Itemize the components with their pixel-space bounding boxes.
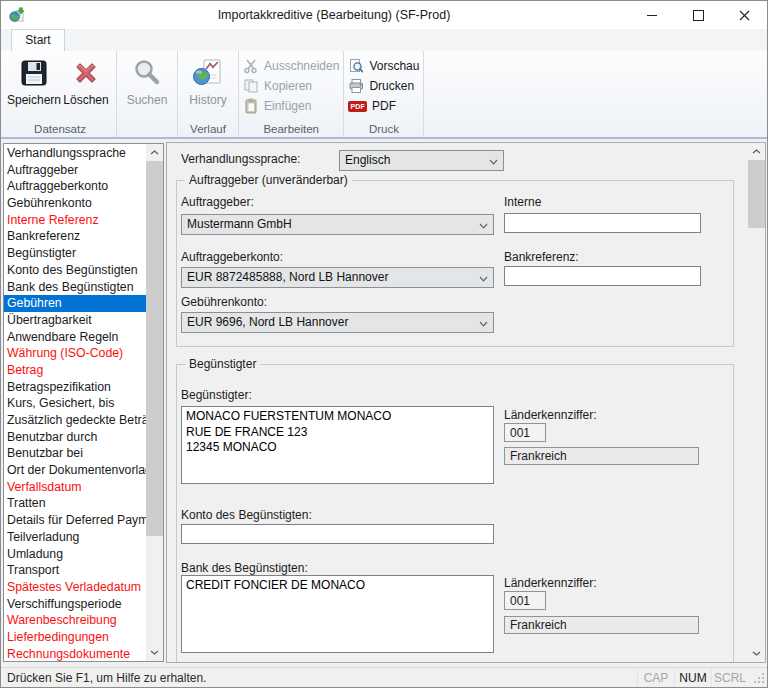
sidebar-item-20[interactable]: Verfallsdatum [4,479,146,496]
sidebar-item-18[interactable]: Benutzbar bei [4,445,146,462]
sidebar-item-1[interactable]: Auftraggeber [4,162,146,179]
vorschau-button[interactable]: Vorschau [348,58,419,74]
auftraggeberkonto-label: Auftraggeberkonto: [181,250,283,264]
caps-indicator: CAP [637,669,674,687]
sidebar-scrollbar[interactable] [146,144,163,661]
bank-beguenstigten-label: Bank des Begünstigten: [181,561,308,575]
sidebar-item-4[interactable]: Interne Referenz [4,212,146,229]
sidebar-item-25[interactable]: Transport [4,562,146,579]
suchen-button[interactable]: Suchen [121,53,173,121]
verhandlungssprache-select[interactable]: Englisch [339,150,504,171]
ausschneiden-label: Ausschneiden [264,59,339,73]
drucken-button[interactable]: Drucken [348,78,419,94]
num-indicator: NUM [674,669,711,687]
auftraggeber-group-title: Auftraggeber (unveränderbar) [185,173,352,187]
gebuehrenkonto-label: Gebührenkonto: [181,295,267,309]
sidebar-item-26[interactable]: Spätestes Verladedatum [4,579,146,596]
sidebar-item-6[interactable]: Begünstigter [4,245,146,262]
interne-input[interactable] [504,213,701,233]
sidebar-item-14[interactable]: Betragspezifikation [4,379,146,396]
bankreferenz-input[interactable] [504,266,701,286]
sidebar-item-30[interactable]: Rechnungsdokumente [4,646,146,661]
sidebar-item-13[interactable]: Betrag [4,362,146,379]
sidebar-item-15[interactable]: Kurs, Gesichert, bis [4,395,146,412]
sidebar-item-11[interactable]: Anwendbare Regeln [4,329,146,346]
sidebar-scroll-thumb[interactable] [146,161,163,536]
sidebar-item-8[interactable]: Bank des Begünstigten [4,279,146,296]
verhandlungssprache-value: Englisch [345,153,390,167]
main-area: VerhandlungsspracheAuftraggeberAuftragge… [1,141,767,668]
content-scrollbar[interactable] [748,143,765,662]
sidebar-item-5[interactable]: Bankreferenz [4,228,146,245]
chevron-down-icon [479,223,488,229]
preview-icon [348,58,364,74]
close-button[interactable] [721,1,767,29]
sidebar-item-17[interactable]: Benutzbar durch [4,429,146,446]
sidebar-item-2[interactable]: Auftraggeberkonto [4,178,146,195]
chevron-down-icon [479,276,488,282]
resize-grip-icon[interactable] [752,671,766,685]
sidebar-item-28[interactable]: Warenbeschreibung [4,612,146,629]
speichern-button[interactable]: Speichern [8,53,60,121]
sidebar-item-22[interactable]: Details für Deferred Payme [4,512,146,529]
history-button[interactable]: History [182,53,234,121]
ribbon-group-druck: Vorschau Drucken PDF PDF Druck [344,51,424,137]
window-controls [629,1,767,29]
konto-beguenstigten-input[interactable] [181,524,494,544]
auftraggeberkonto-select[interactable]: EUR 8872485888, Nord LB Hannover [181,267,494,288]
sidebar-item-0[interactable]: Verhandlungssprache [4,145,146,162]
auftraggeberkonto-value: EUR 8872485888, Nord LB Hannover [187,270,388,284]
suchen-label: Suchen [127,93,168,107]
bank-beguenstigten-textarea[interactable]: CREDIT FONCIER DE MONACO [181,575,494,653]
sidebar-item-3[interactable]: Gebührenkonto [4,195,146,212]
scroll-down-icon[interactable] [146,644,163,661]
beguenstigter-textarea[interactable]: MONACO FUERSTENTUM MONACO RUE DE FRANCE … [181,406,494,484]
ausschneiden-button[interactable]: Ausschneiden [243,58,339,74]
sidebar-item-21[interactable]: Tratten [4,495,146,512]
loeschen-label: Löschen [63,93,108,107]
scroll-up-icon[interactable] [748,143,765,160]
pdf-button[interactable]: PDF PDF [348,98,419,114]
minimize-button[interactable] [629,1,675,29]
tab-start[interactable]: Start [11,29,65,51]
field-list: VerhandlungsspracheAuftraggeberAuftragge… [4,145,146,661]
sidebar-item-27[interactable]: Verschiffungsperiode [4,596,146,613]
sidebar-item-16[interactable]: Zusätzlich gedeckte Beträg [4,412,146,429]
app-window: Importakkreditive (Bearbeitung) (SF-Prod… [0,0,768,688]
einfuegen-button[interactable]: Einfügen [243,98,339,114]
gebuehrenkonto-select[interactable]: EUR 9696, Nord LB Hannover [181,312,494,333]
scroll-up-icon[interactable] [146,144,163,161]
auftraggeber-value: Mustermann GmbH [187,217,292,231]
ribbon-group-suchen: Suchen [117,51,178,137]
vorschau-label: Vorschau [369,59,419,73]
scroll-down-icon[interactable] [748,645,765,662]
sidebar-item-29[interactable]: Lieferbedingungen [4,629,146,646]
beguenstigter-group-title: Begünstigter [185,357,260,371]
auftraggeber-select[interactable]: Mustermann GmbH [181,214,494,235]
maximize-button[interactable] [675,1,721,29]
sidebar-item-24[interactable]: Umladung [4,546,146,563]
sidebar-item-10[interactable]: Übertragbarkeit [4,312,146,329]
ribbon-group-label-bearbeiten: Bearbeiten [239,123,343,135]
sidebar-item-9[interactable]: Gebühren [4,295,146,312]
sidebar-item-23[interactable]: Teilverladung [4,529,146,546]
sidebar-item-19[interactable]: Ort der Dokumentenvorlag [4,462,146,479]
status-help-text: Drücken Sie F1, um Hilfe zu erhalten. [1,671,637,685]
ribbon-group-verlauf: History Verlauf [178,51,239,137]
laenderkennziffer-value-2: 001 [504,591,546,610]
scroll-indicator: SCRL [711,669,748,687]
printer-icon [348,78,364,94]
kopieren-button[interactable]: Kopieren [243,78,339,94]
sidebar-item-12[interactable]: Währung (ISO-Code) [4,345,146,362]
loeschen-button[interactable]: Löschen [60,53,112,121]
sidebar-item-7[interactable]: Konto des Begünstigten [4,262,146,279]
close-icon [739,10,750,21]
beguenstigter-label: Begünstigter: [181,388,252,402]
land-value-2: Frankreich [504,616,699,634]
history-icon [192,57,224,89]
window-title: Importakkreditive (Bearbeitung) (SF-Prod… [61,1,607,29]
gebuehrenkonto-value: EUR 9696, Nord LB Hannover [187,315,348,329]
kopieren-label: Kopieren [264,79,312,93]
save-icon [18,57,50,89]
content-scroll-thumb[interactable] [748,160,765,228]
